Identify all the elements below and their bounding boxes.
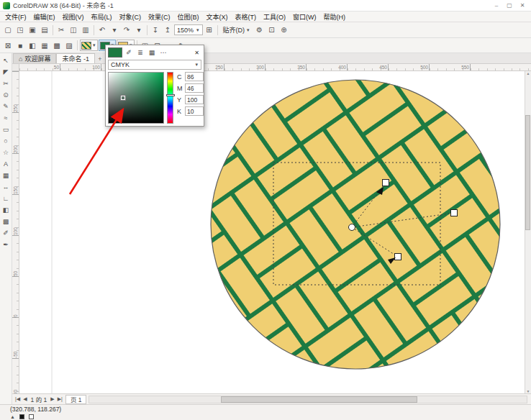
interactive-fill-tool[interactable]: ◧ [1, 204, 12, 215]
maximize-button[interactable]: ▢ [504, 2, 515, 9]
menu-bar: 文件(F)编辑(E)视图(V)布局(L)对象(C)效果(C)位图(B)文本(X)… [0, 12, 531, 22]
artistic-media-tool[interactable]: ≈ [1, 112, 12, 123]
first-page-button[interactable]: |◀ [14, 396, 22, 402]
title-bar: CorelDRAW X8 (64-Bit) - 未命名 -1 – ▢ ✕ [0, 0, 531, 12]
text-tool[interactable]: A [1, 158, 12, 169]
hue-marker[interactable] [166, 94, 175, 96]
menu-item[interactable]: 文本(X) [203, 12, 232, 22]
export-icon[interactable]: ↥ [162, 24, 173, 36]
horizontal-scrollbar[interactable] [88, 396, 527, 403]
vector-pattern-fill-icon[interactable]: ▦ [39, 40, 50, 51]
menu-item[interactable]: 帮助(H) [320, 12, 350, 22]
h-scroll-thumb[interactable] [221, 396, 417, 403]
new-tab-button[interactable]: + [95, 54, 105, 63]
rectangle-tool[interactable]: ▭ [1, 124, 12, 134]
crop-tool[interactable]: ✂ [1, 78, 12, 88]
zoom-level-combo[interactable]: 150% ▾ [174, 24, 203, 35]
saturation-value-field[interactable] [108, 72, 164, 124]
next-page-button[interactable]: ▶ [49, 396, 55, 402]
table-tool[interactable]: ▦ [1, 170, 12, 181]
eyedropper-tool[interactable]: ✐ [1, 227, 12, 238]
fill-rotate-handle[interactable] [383, 180, 389, 186]
menu-item[interactable]: 对象(C) [116, 12, 145, 22]
prev-page-button[interactable]: ◀ [22, 396, 28, 402]
fill-skew-handle[interactable] [395, 254, 401, 260]
add-plugin-icon[interactable]: ⊕ [278, 24, 290, 36]
dimension-tool[interactable]: ↔ [1, 181, 12, 192]
redo-button[interactable]: ↷ [121, 24, 132, 36]
ellipse-tool[interactable]: ○ [1, 135, 12, 146]
outline-pen-tool[interactable]: ✒ [1, 239, 12, 250]
close-icon[interactable]: ✕ [192, 48, 201, 58]
options-gear-icon[interactable]: ⚙ [254, 24, 266, 36]
menu-item[interactable]: 视图(V) [59, 12, 88, 22]
menu-item[interactable]: 表格(T) [232, 12, 260, 22]
toolbar-separator [147, 25, 148, 35]
channel-label: Y [177, 96, 183, 104]
snap-to-dropdown[interactable]: 贴齐(D) ▾ [220, 24, 253, 36]
tab-document[interactable]: 未命名 -1 [56, 53, 95, 63]
vertical-scrollbar[interactable]: ▲ ▼ [525, 71, 531, 393]
tab-welcome[interactable]: ⌂ 欢迎屏幕 [13, 53, 56, 63]
pick-tool[interactable]: ↖ [1, 55, 12, 65]
cut-icon[interactable]: ✂ [55, 24, 67, 36]
fill-scale-handle[interactable] [451, 210, 458, 216]
pattern-preview-dropdown[interactable]: ▾ [80, 40, 98, 51]
menu-item[interactable]: 编辑(E) [30, 12, 59, 22]
import-icon[interactable]: ↧ [150, 24, 161, 36]
mesh-fill-tool[interactable]: ▩ [1, 216, 12, 227]
channel-value-input[interactable]: 46 [185, 83, 204, 93]
more-options-button[interactable]: ⋯ [158, 47, 168, 58]
uniform-fill-icon[interactable]: ■ [14, 40, 26, 51]
menu-item[interactable]: 工具(O) [260, 12, 289, 22]
paste-icon[interactable]: ▥ [80, 24, 91, 36]
undo-dropdown-icon[interactable]: ▾ [109, 24, 120, 36]
copy-icon[interactable]: ◫ [68, 24, 79, 36]
fill-center-handle[interactable] [349, 224, 355, 231]
launch-icon[interactable]: ⊞ [204, 24, 215, 36]
color-palette-icon[interactable]: ▦ [147, 47, 157, 58]
freehand-tool[interactable]: ✎ [1, 101, 12, 111]
no-fill-icon[interactable]: ⊠ [2, 40, 14, 51]
redo-dropdown-icon[interactable]: ▾ [133, 24, 145, 36]
hue-slider[interactable] [167, 72, 173, 124]
open-icon[interactable]: ◳ [14, 24, 26, 36]
fountain-fill-icon[interactable]: ◧ [27, 40, 38, 51]
bitmap-pattern-fill-icon[interactable]: ▩ [51, 40, 63, 51]
last-page-button[interactable]: ▶| [56, 396, 64, 402]
outline-status-swatch [29, 414, 34, 419]
channel-value-input[interactable]: 86 [185, 72, 204, 81]
color-marker[interactable] [121, 96, 125, 100]
zoom-tool[interactable]: ⊙ [1, 89, 12, 100]
toolbox: ↖◤✂⊙✎≈▭○☆A▦↔∟◧▩✐✒ [0, 53, 12, 404]
new-document-icon[interactable]: ▢ [2, 24, 14, 36]
print-icon[interactable]: ▤ [39, 24, 50, 36]
shape-tool[interactable]: ◤ [1, 66, 12, 77]
color-sliders-icon[interactable]: ≣ [135, 47, 145, 58]
close-button[interactable]: ✕ [517, 2, 528, 9]
menu-item[interactable]: 文件(F) [1, 12, 30, 22]
two-color-pattern-fill-icon[interactable]: ▨ [63, 40, 75, 51]
pattern-filled-circle[interactable] [211, 80, 500, 369]
pattern-preview-swatch [81, 42, 91, 50]
minimize-button[interactable]: – [491, 2, 502, 9]
application-launcher-icon[interactable]: ⊡ [266, 24, 278, 36]
drawing-canvas[interactable] [19, 71, 525, 393]
horizontal-ruler[interactable]: 50100150200250300350400450500550 [19, 64, 531, 70]
page-tab[interactable]: 页 1 [65, 395, 87, 404]
menu-item[interactable]: 效果(C) [145, 12, 174, 22]
menu-item[interactable]: 位图(B) [174, 12, 203, 22]
menu-item[interactable]: 布局(L) [88, 12, 116, 22]
connector-tool[interactable]: ∟ [1, 193, 12, 204]
polygon-tool[interactable]: ☆ [1, 147, 12, 158]
ruler-origin[interactable] [12, 64, 19, 70]
eyedropper-icon[interactable]: ✐ [124, 47, 134, 58]
v-scroll-thumb[interactable] [525, 115, 530, 230]
channel-value-input[interactable]: 100 [185, 95, 204, 104]
menu-item[interactable]: 窗口(W) [289, 12, 320, 22]
save-icon[interactable]: ▣ [27, 24, 38, 36]
channel-value-input[interactable]: 10 [185, 106, 204, 116]
color-model-select[interactable]: CMYK ▾ [108, 60, 201, 70]
vertical-ruler[interactable]: 250200150100500-50-100 [12, 71, 19, 393]
undo-button[interactable]: ↶ [96, 24, 108, 36]
